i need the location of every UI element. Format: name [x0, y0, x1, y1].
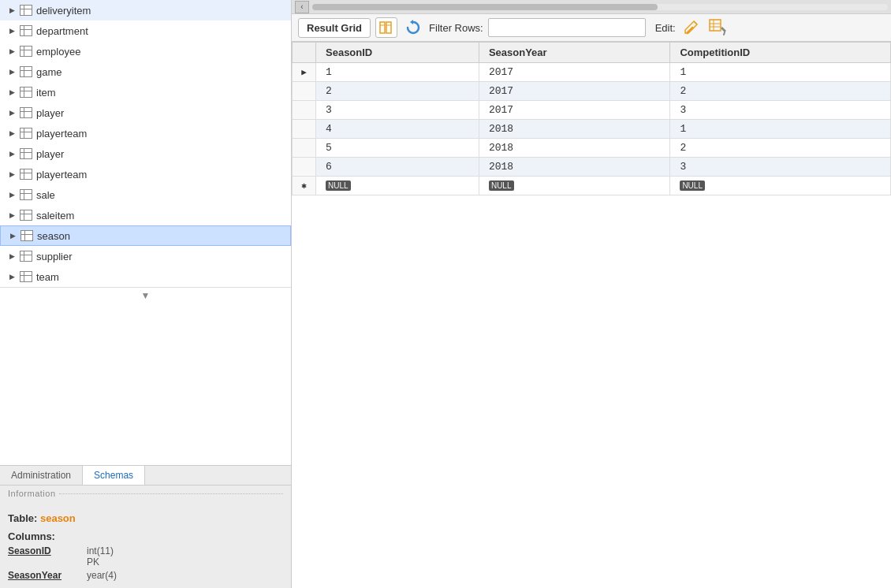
tree-item-playerteam[interactable]: ▶playerteam: [0, 164, 291, 184]
tree-arrow-icon: ▶: [6, 128, 17, 139]
cell-seasonid[interactable]: 1: [316, 63, 479, 82]
null-cell-seasonid[interactable]: NULL: [316, 177, 479, 195]
columns-header: Columns:: [8, 530, 283, 542]
tree-item-label: team: [36, 271, 59, 283]
tab-administration[interactable]: Administration: [0, 466, 83, 485]
scroll-down-indicator: ▼: [0, 287, 291, 303]
tree-arrow-icon: ▶: [6, 169, 17, 180]
table-info: Table: season Columns: SeasonIDint(11)PK…: [0, 504, 291, 588]
columns-icon: [379, 21, 393, 34]
cell-seasonid[interactable]: 2: [316, 82, 479, 101]
tree-arrow-icon: ▶: [6, 251, 17, 262]
tree-item-label: playerteam: [36, 128, 87, 140]
tree-arrow-icon: ▶: [6, 25, 17, 36]
col-name: SeasonYear: [8, 570, 87, 581]
left-panel: ▶deliveryitem▶department▶employee▶game▶i…: [0, 0, 292, 588]
scroll-left-button[interactable]: ‹: [295, 1, 309, 13]
schema-tree[interactable]: ▶deliveryitem▶department▶employee▶game▶i…: [0, 0, 291, 465]
col-name: SeasonID: [8, 545, 87, 568]
cell-seasonyear[interactable]: 2018: [479, 120, 669, 139]
edit-label: Edit:: [655, 22, 676, 34]
cell-competitionid[interactable]: 1: [670, 63, 891, 82]
cell-competitionid[interactable]: 3: [670, 158, 891, 177]
refresh-icon: [404, 19, 422, 36]
cell-competitionid[interactable]: 2: [670, 139, 891, 158]
col-competition-id[interactable]: CompetitionID: [670, 43, 891, 63]
edit-pencil-button[interactable]: [680, 17, 703, 38]
tree-item-player[interactable]: ▶player: [0, 102, 291, 123]
table-row[interactable]: 320173: [293, 101, 891, 120]
cell-seasonyear[interactable]: 2017: [479, 63, 669, 82]
tree-item-deliveryitem[interactable]: ▶deliveryitem: [0, 0, 291, 20]
columns-section: Columns: SeasonIDint(11)PKSeasonYearyear…: [8, 530, 283, 581]
tree-arrow-icon: ▶: [6, 66, 17, 77]
edit-table-button[interactable]: [707, 17, 729, 38]
data-grid-container[interactable]: SeasonID SeasonYear CompetitionID ▶12017…: [292, 42, 891, 588]
col-details: int(11)PK: [87, 545, 114, 568]
tree-item-item[interactable]: ▶item: [0, 82, 291, 102]
tree-item-player[interactable]: ▶player: [0, 143, 291, 164]
cell-seasonyear[interactable]: 2018: [479, 139, 669, 158]
row-marker: [293, 82, 316, 101]
null-cell-seasonyear[interactable]: NULL: [479, 177, 669, 195]
table-icon: [19, 188, 33, 201]
col-season-year[interactable]: SeasonYear: [479, 43, 669, 63]
cell-seasonyear[interactable]: 2018: [479, 158, 669, 177]
table-icon: [19, 147, 33, 160]
tree-arrow-icon: ▶: [6, 148, 17, 159]
cell-seasonid[interactable]: 5: [316, 139, 479, 158]
tab-schemas[interactable]: Schemas: [83, 466, 145, 485]
svg-rect-8: [710, 20, 721, 31]
tree-item-employee[interactable]: ▶employee: [0, 41, 291, 61]
table-icon: [19, 106, 33, 119]
table-row[interactable]: ▶120171: [293, 63, 891, 82]
tree-item-saleitem[interactable]: ▶saleitem: [0, 205, 291, 225]
row-marker: [293, 158, 316, 177]
tree-item-label: sale: [36, 189, 55, 201]
tree-item-season[interactable]: ▶season: [0, 225, 291, 246]
col-season-id[interactable]: SeasonID: [316, 43, 479, 63]
filter-input[interactable]: [488, 18, 646, 37]
edit-table-icon: [709, 19, 728, 36]
tree-item-team[interactable]: ▶team: [0, 266, 291, 287]
cell-seasonyear[interactable]: 2017: [479, 101, 669, 120]
table-row[interactable]: 420181: [293, 120, 891, 139]
right-panel: ‹ Result Grid Filter Rows: Edit:: [292, 0, 891, 588]
scroll-track[interactable]: [312, 4, 888, 10]
tree-item-game[interactable]: ▶game: [0, 61, 291, 82]
tree-item-playerteam[interactable]: ▶playerteam: [0, 123, 291, 143]
tree-item-label: playerteam: [36, 169, 87, 180]
result-grid-button[interactable]: Result Grid: [298, 18, 371, 38]
tree-item-label: player: [36, 148, 64, 160]
cell-seasonyear[interactable]: 2017: [479, 82, 669, 101]
tree-item-supplier[interactable]: ▶supplier: [0, 246, 291, 266]
cell-competitionid[interactable]: 2: [670, 82, 891, 101]
cell-seasonid[interactable]: 3: [316, 101, 479, 120]
svg-rect-0: [380, 22, 385, 33]
svg-rect-1: [386, 22, 391, 33]
table-icon: [19, 270, 33, 283]
svg-marker-12: [721, 27, 726, 32]
tree-item-label: deliveryitem: [36, 5, 91, 17]
tree-item-label: supplier: [36, 251, 73, 262]
columns-icon-button[interactable]: [375, 17, 397, 38]
tree-arrow-icon: ▶: [7, 230, 18, 241]
table-row[interactable]: 620183: [293, 158, 891, 177]
null-cell-competitionid[interactable]: NULL: [670, 177, 891, 195]
tree-item-sale[interactable]: ▶sale: [0, 184, 291, 205]
tree-arrow-icon: ▶: [6, 210, 17, 221]
table-row[interactable]: 520182: [293, 139, 891, 158]
table-icon: [20, 229, 34, 242]
cell-seasonid[interactable]: 6: [316, 158, 479, 177]
tree-item-department[interactable]: ▶department: [0, 20, 291, 41]
cell-competitionid[interactable]: 3: [670, 101, 891, 120]
row-marker: [293, 120, 316, 139]
refresh-button[interactable]: [402, 17, 424, 38]
table-row[interactable]: 220172: [293, 82, 891, 101]
col-details: year(4): [87, 570, 117, 581]
row-marker: [293, 101, 316, 120]
new-row[interactable]: ✱NULLNULLNULL: [293, 177, 891, 195]
cell-seasonid[interactable]: 4: [316, 120, 479, 139]
horizontal-scrollbar[interactable]: ‹: [292, 0, 891, 14]
cell-competitionid[interactable]: 1: [670, 120, 891, 139]
